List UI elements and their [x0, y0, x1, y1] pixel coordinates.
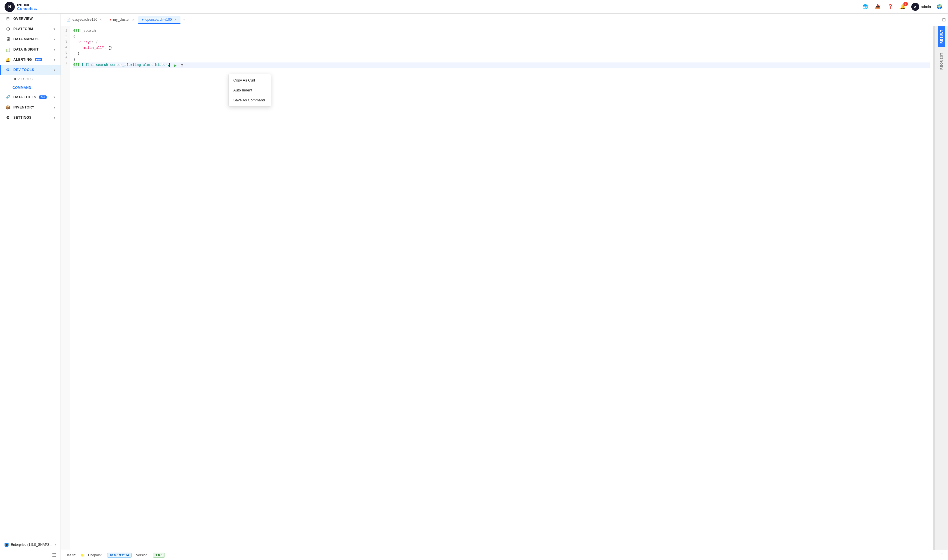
tab-easyseach-icon: 📄	[66, 18, 71, 22]
context-menu-copy-as-curl[interactable]: Copy As Curl	[229, 75, 271, 85]
logo-console: Console	[17, 7, 34, 11]
sidebar-item-dev-tools[interactable]: ⚙ DEV TOOLS ▲	[0, 65, 60, 75]
code-val-4: : {}	[104, 45, 112, 51]
sidebar-menu-icon[interactable]: ☰	[0, 550, 60, 560]
inbox-icon[interactable]: 📥	[874, 3, 882, 11]
admin-avatar: A	[911, 3, 919, 11]
tabs-maximize[interactable]: ⊡	[942, 17, 946, 22]
notification-icon[interactable]: 🔔 2	[899, 3, 907, 11]
sidebar-item-settings[interactable]: ⚙ SETTINGS ▼	[0, 112, 60, 123]
sidebar-item-dev-tools-label: DEV TOOLS	[13, 68, 34, 72]
settings-icon: ⚙	[5, 115, 11, 120]
code-key-4: "match_all"	[82, 45, 104, 51]
tab-my-cluster-close[interactable]: ×	[131, 18, 135, 22]
data-tools-pro-badge: Pro	[39, 95, 47, 99]
code-get-7: GET	[73, 63, 80, 68]
enterprise-label: Enterprise (1.5.0_SNAPS...	[11, 543, 52, 547]
admin-button[interactable]: A admin	[911, 3, 931, 11]
sidebar-item-platform[interactable]: ⬡ PLATFORM ▼	[0, 24, 60, 34]
status-menu-icon[interactable]: ☰	[940, 553, 943, 557]
code-indent-4	[73, 45, 82, 51]
header-actions: 🌐 📥 ❓ 🔔 2 A admin 🌍	[861, 3, 943, 11]
code-line-7: GET infini-search-center_alerting-alert-…	[73, 63, 930, 68]
language-icon[interactable]: 🌍	[936, 3, 943, 11]
tab-opensearch-label: opensearch-v100	[145, 18, 172, 22]
admin-label: admin	[921, 5, 931, 9]
platform-icon: ⬡	[5, 27, 11, 31]
context-menu-auto-indent[interactable]: Auto Indent	[229, 85, 271, 95]
tab-easyseach-v120[interactable]: 📄 easyseach-v120 ×	[63, 16, 106, 24]
editor-pane: 1 2 3 4 5 6 7 GET _search	[61, 26, 934, 550]
tab-my-cluster[interactable]: ● my_cluster ×	[106, 16, 139, 24]
sidebar-item-overview-label: OVERVIEW	[13, 17, 33, 21]
code-line-4: "match_all" : {}	[73, 45, 930, 51]
tab-my-cluster-icon: ●	[109, 18, 111, 22]
sidebar-item-inventory-label: INVENTORY	[13, 105, 34, 109]
logo-text: INFINI Console ///	[17, 3, 37, 11]
tab-easyseach-close[interactable]: ×	[99, 18, 102, 22]
tab-opensearch-close[interactable]: ×	[174, 18, 177, 22]
sidebar-item-data-tools-label: DATA TOOLS	[13, 95, 36, 99]
result-tab[interactable]: RESULT	[938, 26, 945, 47]
line-numbers: 1 2 3 4 5 6 7	[61, 26, 70, 550]
sidebar-item-alerting[interactable]: 🔔 ALERTING Pro ▼	[0, 54, 60, 65]
code-close-5: }	[73, 51, 80, 57]
sidebar-item-data-manage[interactable]: 🗄 DATA MANAGE ▼	[0, 34, 60, 44]
cursor	[170, 63, 170, 67]
globe-icon[interactable]: 🌐	[861, 3, 869, 11]
editor-body[interactable]: 1 2 3 4 5 6 7 GET _search	[61, 26, 933, 550]
tab-add-button[interactable]: +	[180, 16, 188, 23]
logo-circle: N	[5, 2, 15, 12]
code-colon-3: : {	[92, 40, 98, 45]
logo-infini: INFINI	[17, 3, 37, 7]
settings-chevron: ▼	[53, 116, 56, 119]
health-dot	[81, 554, 83, 557]
sidebar-item-overview[interactable]: ⊞ OVERVIEW	[0, 14, 60, 24]
sidebar-item-data-tools[interactable]: 🔗 DATA TOOLS Pro ▼	[0, 92, 60, 102]
context-menu: Copy As Curl Auto Indent Save As Command	[228, 74, 271, 106]
sidebar-item-data-insight[interactable]: 📊 DATA INSIGHT ▼	[0, 44, 60, 54]
alerting-pro-badge: Pro	[35, 58, 42, 62]
data-tools-icon: 🔗	[5, 95, 11, 99]
header: N INFINI Console /// 🌐 📥 ❓ 🔔 2 A admin 🌍	[0, 0, 948, 14]
status-bar: Health: Endpoint: 10.0.0.3:2024 Version:…	[61, 550, 948, 560]
line-actions: ▶ ⚙	[172, 63, 185, 68]
sidebar-item-data-insight-label: DATA INSIGHT	[13, 48, 39, 51]
code-line-5: }	[73, 51, 930, 57]
health-label: Health:	[65, 553, 76, 557]
code-area[interactable]: GET _search { "query" : {	[70, 26, 933, 550]
overview-icon: ⊞	[5, 17, 11, 21]
endpoint-value: 10.0.0.3:2024	[107, 552, 131, 558]
tabs-bar: 📄 easyseach-v120 × ● my_cluster × ● open…	[61, 14, 948, 26]
endpoint-label: Endpoint:	[88, 553, 103, 557]
tab-opensearch-v100[interactable]: ● opensearch-v100 ×	[139, 16, 180, 24]
main-layout: ⊞ OVERVIEW ⬡ PLATFORM ▼ 🗄 DATA MANAGE ▼ …	[0, 14, 948, 560]
code-indent-3	[73, 40, 77, 45]
alerting-chevron: ▼	[53, 58, 56, 62]
code-line-3: "query" : {	[73, 40, 930, 45]
sidebar-item-inventory[interactable]: 📦 INVENTORY ▼	[0, 102, 60, 112]
run-button[interactable]: ▶	[172, 63, 178, 68]
code-line-1: GET _search	[73, 28, 930, 34]
sidebar-sub-dev-tools[interactable]: DEV TOOLS	[0, 75, 60, 83]
code-key-3: "query"	[77, 40, 91, 45]
tab-my-cluster-label: my_cluster	[113, 18, 129, 22]
context-menu-save-as-command[interactable]: Save As Command	[229, 95, 271, 105]
version-label: Version:	[136, 553, 148, 557]
tab-easyseach-label: easyseach-v120	[72, 18, 97, 22]
code-path-7: infini-search-center_alerting-alert-hist…	[80, 63, 170, 68]
request-tab[interactable]: REQUEST	[938, 49, 945, 73]
dev-tools-icon: ⚙	[5, 68, 11, 72]
more-options-button[interactable]: ⚙	[179, 63, 185, 68]
sidebar: ⊞ OVERVIEW ⬡ PLATFORM ▼ 🗄 DATA MANAGE ▼ …	[0, 14, 61, 560]
logo: N INFINI Console ///	[5, 2, 37, 12]
inventory-icon: 📦	[5, 105, 11, 109]
sidebar-enterprise[interactable]: ◆ Enterprise (1.5.0_SNAPS... ›	[0, 539, 60, 550]
sidebar-sub-command[interactable]: COMMAND	[0, 83, 60, 92]
data-manage-chevron: ▼	[53, 38, 56, 41]
sidebar-item-alerting-label: ALERTING	[13, 58, 32, 62]
result-pane: RESULT REQUEST	[934, 26, 948, 550]
data-tools-chevron: ▼	[53, 96, 56, 99]
dev-tools-chevron: ▲	[53, 68, 56, 72]
help-icon[interactable]: ❓	[886, 3, 894, 11]
